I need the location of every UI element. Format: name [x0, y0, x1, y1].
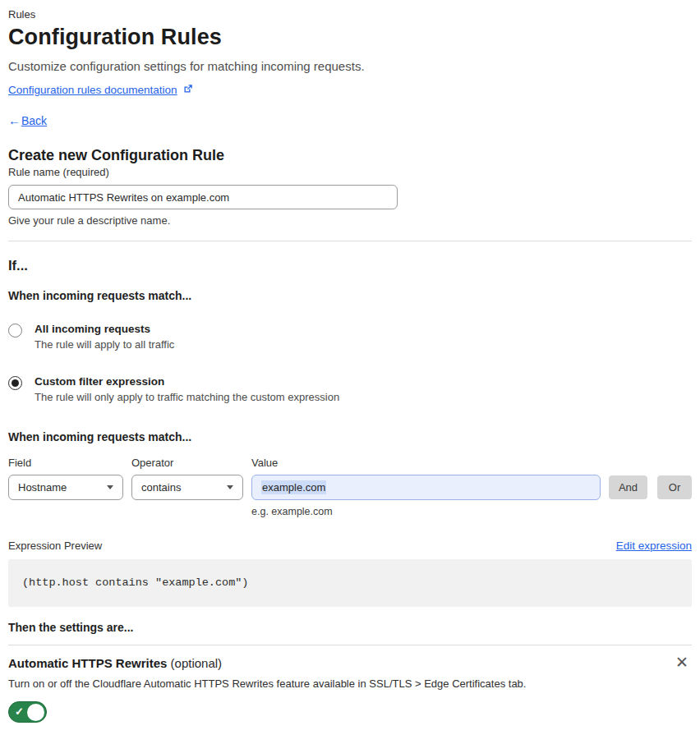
toggle-knob [27, 704, 44, 721]
page-subtitle: Customize configuration settings for mat… [8, 59, 692, 73]
page-title: Configuration Rules [8, 25, 692, 50]
builder-heading: When incoming requests match... [8, 430, 692, 443]
and-button[interactable]: And [609, 475, 647, 499]
field-label: Field [8, 457, 123, 469]
expression-preview-label: Expression Preview [8, 540, 102, 552]
create-rule-heading: Create new Configuration Rule [8, 147, 692, 164]
then-settings-heading: Then the settings are... [8, 621, 692, 634]
section-divider [8, 241, 692, 241]
field-select-value: Hostname [18, 481, 67, 494]
radio-button[interactable] [8, 324, 22, 338]
documentation-link-row: Configuration rules documentation [8, 84, 692, 96]
match-heading: When incoming requests match... [8, 289, 692, 302]
or-button[interactable]: Or [657, 475, 692, 499]
value-help: e.g. example.com [251, 506, 601, 517]
radio-label: All incoming requests [35, 323, 174, 335]
setting-title-text: Automatic HTTPS Rewrites [8, 656, 167, 670]
operator-select-value: contains [141, 481, 181, 494]
chevron-down-icon [227, 485, 233, 489]
field-select[interactable]: Hostname [8, 475, 123, 500]
operator-select[interactable]: contains [131, 475, 243, 500]
radio-option-all-requests[interactable]: All incoming requests The rule will appl… [8, 323, 692, 351]
setting-optional-text: (optional) [167, 656, 222, 670]
rule-name-label: Rule name (required) [8, 166, 109, 178]
documentation-link[interactable]: Configuration rules documentation [8, 84, 177, 96]
check-icon: ✓ [15, 705, 24, 718]
expression-preview-row: Expression Preview Edit expression [8, 540, 692, 552]
back-arrow-icon: ← [8, 113, 21, 127]
setting-card-automatic-https-rewrites: Automatic HTTPS Rewrites (optional) ✕ Tu… [8, 645, 692, 726]
operator-label: Operator [131, 457, 243, 469]
edit-expression-link[interactable]: Edit expression [616, 540, 692, 552]
if-heading: If... [8, 258, 692, 273]
expression-code-block: (http.host contains "example.com") [8, 559, 692, 607]
radio-button[interactable] [8, 376, 22, 390]
setting-card-title: Automatic HTTPS Rewrites (optional) [8, 656, 222, 670]
radio-description: The rule will only apply to traffic matc… [35, 391, 339, 403]
radio-option-custom-expression[interactable]: Custom filter expression The rule will o… [8, 375, 692, 403]
setting-card-description: Turn on or off the Cloudflare Automatic … [8, 677, 692, 690]
rule-name-help: Give your rule a descriptive name. [8, 214, 692, 227]
automatic-https-rewrites-toggle[interactable]: ✓ [8, 701, 47, 723]
close-icon[interactable]: ✕ [672, 654, 692, 670]
value-label: Value [251, 457, 601, 469]
rule-name-input[interactable] [8, 185, 398, 209]
external-link-icon [183, 84, 193, 96]
back-row: ← Back [8, 113, 692, 127]
back-link[interactable]: Back [21, 114, 47, 127]
radio-label: Custom filter expression [35, 375, 339, 388]
chevron-down-icon [107, 485, 113, 489]
breadcrumb[interactable]: Rules [8, 8, 692, 21]
radio-description: The rule will apply to all traffic [35, 338, 174, 351]
value-input-text: example.com [261, 480, 326, 494]
value-input[interactable]: example.com [251, 475, 601, 500]
expression-builder-row: Field Operator Value Hostname contains e… [8, 457, 692, 517]
